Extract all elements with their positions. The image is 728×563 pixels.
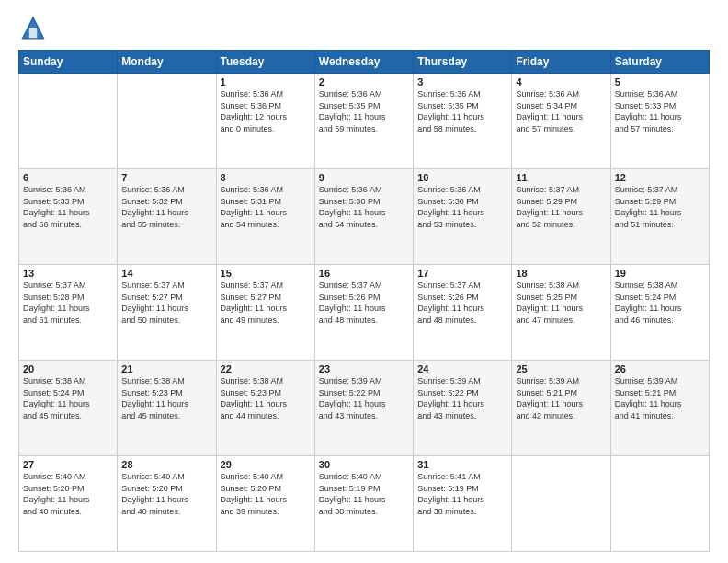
day-number: 2 — [319, 76, 409, 87]
day-cell: 1Sunrise: 5:36 AM Sunset: 5:36 PM Daylig… — [216, 74, 314, 169]
day-info: Sunrise: 5:39 AM Sunset: 5:22 PM Dayligh… — [319, 375, 409, 421]
day-info: Sunrise: 5:40 AM Sunset: 5:20 PM Dayligh… — [121, 471, 211, 517]
day-cell: 23Sunrise: 5:39 AM Sunset: 5:22 PM Dayli… — [314, 361, 413, 456]
day-info: Sunrise: 5:41 AM Sunset: 5:19 PM Dayligh… — [417, 471, 507, 517]
weekday-tuesday: Tuesday — [216, 51, 314, 74]
day-info: Sunrise: 5:39 AM Sunset: 5:21 PM Dayligh… — [516, 375, 606, 421]
day-number: 12 — [615, 172, 705, 183]
day-info: Sunrise: 5:40 AM Sunset: 5:19 PM Dayligh… — [319, 471, 409, 517]
day-cell: 13Sunrise: 5:37 AM Sunset: 5:28 PM Dayli… — [19, 265, 118, 361]
day-info: Sunrise: 5:37 AM Sunset: 5:29 PM Dayligh… — [615, 184, 705, 230]
day-number: 30 — [319, 459, 409, 470]
day-number: 22 — [221, 363, 311, 374]
day-number: 25 — [516, 363, 606, 374]
day-info: Sunrise: 5:37 AM Sunset: 5:29 PM Dayligh… — [516, 184, 606, 230]
day-cell: 14Sunrise: 5:37 AM Sunset: 5:27 PM Dayli… — [118, 265, 216, 361]
week-row-2: 13Sunrise: 5:37 AM Sunset: 5:28 PM Dayli… — [19, 265, 710, 361]
day-number: 15 — [221, 268, 311, 279]
day-cell: 3Sunrise: 5:36 AM Sunset: 5:35 PM Daylig… — [414, 74, 512, 169]
day-cell: 19Sunrise: 5:38 AM Sunset: 5:24 PM Dayli… — [610, 265, 709, 361]
day-number: 3 — [417, 76, 507, 87]
day-cell: 22Sunrise: 5:38 AM Sunset: 5:23 PM Dayli… — [216, 361, 314, 456]
weekday-thursday: Thursday — [414, 51, 512, 74]
day-number: 31 — [417, 459, 507, 470]
day-cell: 29Sunrise: 5:40 AM Sunset: 5:20 PM Dayli… — [216, 456, 314, 552]
weekday-monday: Monday — [118, 51, 216, 74]
day-number: 8 — [221, 172, 311, 183]
day-info: Sunrise: 5:36 AM Sunset: 5:35 PM Dayligh… — [319, 88, 409, 134]
day-number: 27 — [23, 459, 113, 470]
day-cell: 11Sunrise: 5:37 AM Sunset: 5:29 PM Dayli… — [512, 169, 610, 265]
day-info: Sunrise: 5:40 AM Sunset: 5:20 PM Dayligh… — [221, 471, 311, 517]
day-number: 5 — [615, 76, 705, 87]
day-number: 7 — [121, 172, 211, 183]
weekday-sunday: Sunday — [19, 51, 118, 74]
week-row-1: 6Sunrise: 5:36 AM Sunset: 5:33 PM Daylig… — [19, 169, 710, 265]
day-cell: 24Sunrise: 5:39 AM Sunset: 5:22 PM Dayli… — [414, 361, 512, 456]
day-info: Sunrise: 5:37 AM Sunset: 5:27 PM Dayligh… — [221, 280, 311, 326]
day-cell: 2Sunrise: 5:36 AM Sunset: 5:35 PM Daylig… — [314, 74, 413, 169]
day-info: Sunrise: 5:37 AM Sunset: 5:26 PM Dayligh… — [319, 280, 409, 326]
day-cell: 31Sunrise: 5:41 AM Sunset: 5:19 PM Dayli… — [414, 456, 512, 552]
day-cell: 18Sunrise: 5:38 AM Sunset: 5:25 PM Dayli… — [512, 265, 610, 361]
day-info: Sunrise: 5:37 AM Sunset: 5:28 PM Dayligh… — [23, 280, 113, 326]
calendar-table: SundayMondayTuesdayWednesdayThursdayFrid… — [18, 50, 710, 552]
logo — [18, 15, 46, 40]
day-number: 20 — [23, 363, 113, 374]
day-cell: 17Sunrise: 5:37 AM Sunset: 5:26 PM Dayli… — [414, 265, 512, 361]
day-cell: 4Sunrise: 5:36 AM Sunset: 5:34 PM Daylig… — [512, 74, 610, 169]
day-info: Sunrise: 5:39 AM Sunset: 5:21 PM Dayligh… — [615, 375, 705, 421]
day-number: 4 — [516, 76, 606, 87]
day-number: 10 — [417, 172, 507, 183]
day-info: Sunrise: 5:36 AM Sunset: 5:30 PM Dayligh… — [417, 184, 507, 230]
day-cell: 20Sunrise: 5:38 AM Sunset: 5:24 PM Dayli… — [19, 361, 118, 456]
day-cell: 6Sunrise: 5:36 AM Sunset: 5:33 PM Daylig… — [19, 169, 118, 265]
day-number: 14 — [121, 268, 211, 279]
day-cell — [118, 74, 216, 169]
day-cell: 7Sunrise: 5:36 AM Sunset: 5:32 PM Daylig… — [118, 169, 216, 265]
day-cell: 28Sunrise: 5:40 AM Sunset: 5:20 PM Dayli… — [118, 456, 216, 552]
day-info: Sunrise: 5:37 AM Sunset: 5:26 PM Dayligh… — [417, 280, 507, 326]
weekday-friday: Friday — [512, 51, 610, 74]
day-cell: 15Sunrise: 5:37 AM Sunset: 5:27 PM Dayli… — [216, 265, 314, 361]
day-number: 19 — [615, 268, 705, 279]
day-number: 1 — [221, 76, 311, 87]
day-info: Sunrise: 5:38 AM Sunset: 5:25 PM Dayligh… — [516, 280, 606, 326]
day-info: Sunrise: 5:36 AM Sunset: 5:33 PM Dayligh… — [23, 184, 113, 230]
day-info: Sunrise: 5:36 AM Sunset: 5:36 PM Dayligh… — [221, 88, 311, 134]
day-cell: 8Sunrise: 5:36 AM Sunset: 5:31 PM Daylig… — [216, 169, 314, 265]
day-number: 11 — [516, 172, 606, 183]
day-info: Sunrise: 5:38 AM Sunset: 5:24 PM Dayligh… — [615, 280, 705, 326]
day-number: 13 — [23, 268, 113, 279]
day-info: Sunrise: 5:36 AM Sunset: 5:34 PM Dayligh… — [516, 88, 606, 134]
day-info: Sunrise: 5:38 AM Sunset: 5:23 PM Dayligh… — [221, 375, 311, 421]
day-info: Sunrise: 5:40 AM Sunset: 5:20 PM Dayligh… — [23, 471, 113, 517]
day-number: 6 — [23, 172, 113, 183]
week-row-3: 20Sunrise: 5:38 AM Sunset: 5:24 PM Dayli… — [19, 361, 710, 456]
day-cell: 26Sunrise: 5:39 AM Sunset: 5:21 PM Dayli… — [610, 361, 709, 456]
logo-icon — [20, 15, 46, 40]
weekday-saturday: Saturday — [610, 51, 709, 74]
day-cell — [610, 456, 709, 552]
day-info: Sunrise: 5:37 AM Sunset: 5:27 PM Dayligh… — [121, 280, 211, 326]
day-number: 9 — [319, 172, 409, 183]
day-number: 21 — [121, 363, 211, 374]
day-number: 18 — [516, 268, 606, 279]
day-cell — [19, 74, 118, 169]
page: SundayMondayTuesdayWednesdayThursdayFrid… — [0, 0, 728, 563]
day-cell — [512, 456, 610, 552]
day-cell: 27Sunrise: 5:40 AM Sunset: 5:20 PM Dayli… — [19, 456, 118, 552]
day-cell: 30Sunrise: 5:40 AM Sunset: 5:19 PM Dayli… — [314, 456, 413, 552]
day-info: Sunrise: 5:38 AM Sunset: 5:24 PM Dayligh… — [23, 375, 113, 421]
header — [18, 15, 710, 40]
day-number: 29 — [221, 459, 311, 470]
day-number: 16 — [319, 268, 409, 279]
day-cell: 12Sunrise: 5:37 AM Sunset: 5:29 PM Dayli… — [610, 169, 709, 265]
day-info: Sunrise: 5:39 AM Sunset: 5:22 PM Dayligh… — [417, 375, 507, 421]
day-number: 17 — [417, 268, 507, 279]
week-row-0: 1Sunrise: 5:36 AM Sunset: 5:36 PM Daylig… — [19, 74, 710, 169]
day-cell: 21Sunrise: 5:38 AM Sunset: 5:23 PM Dayli… — [118, 361, 216, 456]
day-number: 28 — [121, 459, 211, 470]
day-number: 24 — [417, 363, 507, 374]
svg-rect-2 — [29, 28, 37, 38]
